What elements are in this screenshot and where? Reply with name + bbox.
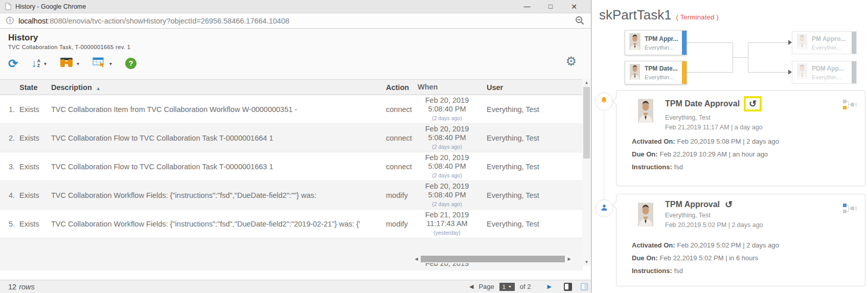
page-select[interactable]: 1▼ (499, 283, 515, 291)
status-badge: ( Terminated ) (676, 13, 719, 21)
split-table-view-icon[interactable] (581, 283, 588, 290)
cell-state: Exists (19, 163, 51, 171)
scroll-right-icon[interactable]: ▶ (566, 255, 573, 263)
table-footer: 12rows ◀ Page 1▼ of 2 ▶ (0, 280, 591, 293)
sort-button[interactable]: ↓ AZ ▾ (31, 58, 47, 69)
cell-action: connect (386, 105, 418, 114)
previous-page-icon[interactable]: ◀ (469, 283, 473, 290)
avatar (629, 64, 641, 82)
maximize-table-view-icon[interactable] (564, 283, 572, 291)
column-header-state[interactable]: State (19, 83, 51, 92)
row-number: 4. (0, 191, 19, 199)
minimize-button[interactable]: — (515, 0, 539, 13)
node-status-stripe (852, 61, 856, 83)
page-total: of 2 (520, 283, 531, 290)
task-assignee: Everything, Test (665, 212, 763, 219)
cell-action: connect (386, 163, 418, 171)
column-header-user[interactable]: User (476, 83, 583, 92)
table-row: 1. Exists TVC Collaboration Item from TV… (0, 95, 583, 124)
task-card-tpm-approval[interactable]: TPM Approval ↺ Everything, Test Feb 20,2… (616, 194, 865, 286)
task-title: TPM Approval (665, 200, 720, 209)
node-status-stripe (682, 31, 687, 55)
task-card-tpm-date-approval[interactable]: TPM Date Approval ↺ Everything, Test Feb… (616, 90, 865, 186)
table-row: 3. Exists TVC Collaboration Flow to TVC … (0, 152, 583, 181)
arrowhead-icon (788, 70, 792, 75)
cell-action: connect (386, 134, 418, 142)
row-number: 1. (0, 105, 19, 114)
cell-user: Everything, Test (476, 163, 583, 171)
cell-state: Exists (19, 105, 51, 114)
column-header-description[interactable]: Description▲ (51, 83, 386, 92)
connector-line (748, 72, 789, 73)
detail-line: Instructions:fsd (632, 267, 779, 275)
history-icon[interactable]: ↺ (749, 99, 757, 108)
page-subtitle: TVC Collaboration Task, T-0000001665 rev… (8, 44, 591, 50)
url-text[interactable]: localhost:8080/enovia/tvc-action/showHis… (18, 17, 571, 25)
horizontal-scrollbar[interactable]: ◀ ▶ (413, 255, 582, 263)
bell-icon (600, 96, 608, 107)
chevron-down-icon: ▼ (508, 285, 512, 288)
vertical-scrollbar[interactable]: ▲ ▼ (582, 79, 591, 266)
detail-line: Activated On:Feb 20,2019 5:02 PM | 2 day… (632, 241, 779, 249)
task-completed-date: Feb 21,2019 11:17 AM | a day ago (665, 124, 763, 131)
chevron-down-icon: ▾ (109, 61, 112, 66)
scroll-left-icon[interactable]: ◀ (413, 255, 420, 263)
help-icon: ? (125, 58, 136, 69)
row-number: 3. (0, 163, 19, 171)
diagram-node-pdm-approval[interactable]: PDM App...Everythin... (792, 61, 857, 84)
cell-user: Everything, Test (476, 220, 583, 228)
horizontal-scrollbar-thumb[interactable] (421, 256, 565, 262)
refresh-button[interactable]: ⟳ (8, 58, 18, 69)
table-export-icon (93, 57, 106, 70)
cell-state: Exists (19, 134, 51, 142)
cell-description: TVC Collaboration Item from TVC Collabor… (51, 105, 386, 114)
window-titlebar[interactable]: History - Google Chrome — □ ✕ (0, 0, 591, 13)
highlight-annotation: ↺ (744, 96, 762, 111)
scroll-down-icon[interactable]: ▼ (582, 259, 591, 266)
zoom-out-icon[interactable] (575, 16, 585, 26)
history-icon[interactable]: ↺ (725, 200, 733, 209)
diagram-node-pm-approval[interactable]: PM Appro...Everythin... (792, 31, 857, 54)
task-title: TPM Date Approval (665, 99, 740, 108)
url-path: :8080/enovia/tvc-action/showHistory?obje… (48, 17, 289, 25)
scroll-up-icon[interactable]: ▲ (582, 79, 591, 86)
export-table-button[interactable]: ▾ (93, 57, 112, 70)
next-page-icon[interactable]: ▶ (547, 283, 552, 290)
window-title: History - Google Chrome (15, 3, 515, 10)
close-button[interactable]: ✕ (562, 0, 586, 13)
cell-when: Feb 21, 201911:17:43 AM(yesterday) (418, 211, 476, 237)
url-host: localhost (18, 17, 48, 25)
detail-line: Due On:Feb 22,2019 5:02 PM | in 6 hours (632, 254, 779, 262)
site-info-icon[interactable]: ⓘ (6, 16, 14, 26)
maximize-button[interactable]: □ (539, 0, 562, 13)
notification-bell-badge (595, 93, 613, 110)
avatar (638, 202, 653, 229)
mini-workflow-icon[interactable] (843, 100, 857, 112)
page-title: History (8, 33, 591, 43)
table-row: 2. Exists TVC Collaboration Flow to TVC … (0, 124, 583, 152)
pagination: ◀ Page 1▼ of 2 ▶ (469, 283, 588, 291)
filter-button[interactable]: ▾ (60, 57, 79, 70)
settings-gear-icon[interactable]: ⚙ (565, 55, 577, 67)
cell-action: modify (386, 220, 418, 228)
page-favicon-icon (5, 3, 11, 10)
node-title: PM Appro... (812, 35, 846, 42)
window-controls: — □ ✕ (515, 0, 586, 13)
user-badge (595, 199, 613, 217)
node-title: PDM App... (812, 65, 844, 72)
node-status-stripe (852, 32, 856, 54)
column-header-action[interactable]: Action (386, 83, 418, 92)
sort-az-icon: ↓ AZ (31, 58, 40, 69)
diagram-node-tpm-approval[interactable]: TPM Appr...Everythin... (625, 30, 687, 55)
cell-when: Feb 20, 20195:08:40 PM(2 days ago) (418, 125, 476, 151)
chevron-down-icon: ▾ (44, 61, 47, 66)
vertical-scrollbar-thumb[interactable] (583, 87, 590, 159)
column-header-when[interactable]: When (418, 83, 476, 92)
cell-user: Everything, Test (476, 134, 583, 142)
node-status-stripe (682, 61, 687, 84)
connector-line (748, 42, 748, 73)
help-button[interactable]: ? (125, 58, 136, 69)
mini-workflow-icon[interactable] (843, 204, 857, 216)
address-bar[interactable]: ⓘ localhost:8080/enovia/tvc-action/showH… (0, 13, 591, 29)
diagram-node-tpm-date[interactable]: TPM Date...Everythin... (625, 61, 687, 84)
